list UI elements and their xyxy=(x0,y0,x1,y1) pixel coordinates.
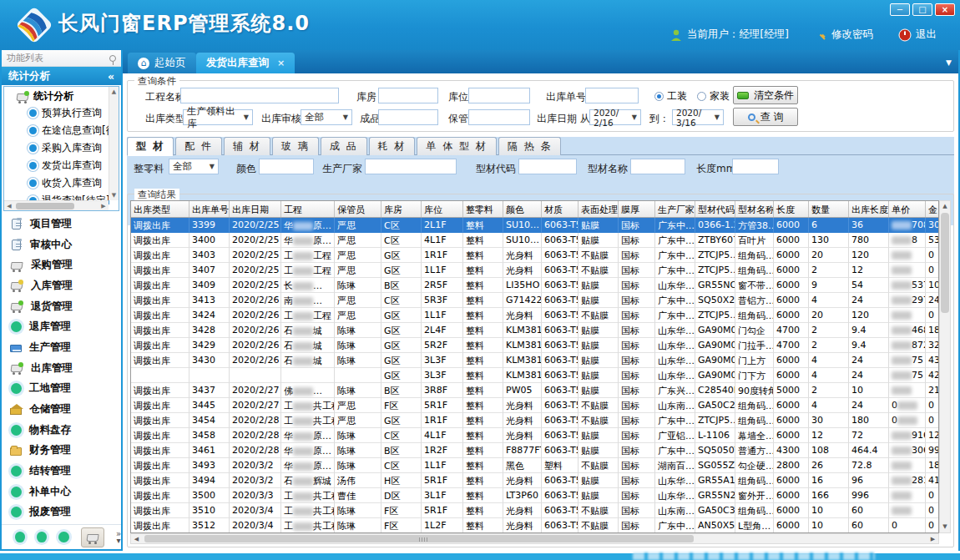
column-header[interactable]: 表面处理 xyxy=(579,201,619,217)
table-row[interactable]: 调拨出库34242020/2/26工工程严思G区1L1F整料光身料6063-T5… xyxy=(131,308,938,323)
table-row[interactable]: 调拨出库34002020/2/25华原…严思C区4L1F整料SU10…6063-… xyxy=(131,233,938,248)
column-header[interactable]: 膜厚 xyxy=(619,201,655,217)
date-from-picker[interactable]: 2020/ 2/16▼ xyxy=(589,109,641,125)
tree-scrollbar-vertical[interactable]: ▲▼ xyxy=(109,87,119,200)
sidebar-item-仓储管理[interactable]: 仓储管理 xyxy=(2,399,121,420)
profile-code-input[interactable] xyxy=(518,159,577,174)
column-header[interactable]: 数量 xyxy=(809,201,849,217)
collapse-icon[interactable]: « xyxy=(108,70,114,83)
tree-root-statistics[interactable]: 统计分析 xyxy=(4,87,119,104)
cart-shortcut-button[interactable] xyxy=(81,527,104,547)
material-tab-2[interactable]: 配 件 xyxy=(175,137,222,155)
tree-item[interactable]: 预算执行查询 xyxy=(4,104,119,122)
sidebar-item-审核中心[interactable]: 审核中心 xyxy=(2,235,121,255)
more-options-icon[interactable]: »▾ xyxy=(116,531,121,544)
tab-shipping-outbound-query[interactable]: 发货出库查询 × xyxy=(196,53,295,73)
project-name-input[interactable] xyxy=(180,88,339,103)
scroll-left-icon[interactable]: ◀ xyxy=(131,534,142,543)
horizontal-scroll-thumb[interactable] xyxy=(144,535,694,542)
column-header[interactable]: 出库长度 xyxy=(849,201,889,217)
order-no-input[interactable] xyxy=(585,88,639,103)
sidebar-item-采购管理[interactable]: 采购管理 xyxy=(2,255,121,275)
radio-gongzhuang[interactable]: 工装 xyxy=(654,89,687,103)
column-header[interactable]: 工程 xyxy=(281,201,335,217)
close-button[interactable]: × xyxy=(935,3,955,16)
shortcut-dot-icon[interactable] xyxy=(15,532,25,542)
column-header[interactable]: 出库单号 xyxy=(189,201,230,217)
table-row[interactable]: 调拨出库34072020/2/25工工程严思G区1L1F整料光身料6063-T5… xyxy=(131,263,938,278)
column-header[interactable]: 长度 xyxy=(774,201,809,217)
table-scrollbar-vertical[interactable]: ▲ ▼ xyxy=(939,200,951,533)
column-header[interactable]: 材质 xyxy=(542,201,579,217)
sidebar-item-生产管理[interactable]: 生产管理 xyxy=(2,337,121,358)
sidebar-item-工地管理[interactable]: 工地管理 xyxy=(2,378,121,399)
change-password-button[interactable]: 修改密码 xyxy=(814,28,873,42)
sidebar-item-出库管理[interactable]: 出库管理 xyxy=(2,358,121,379)
scroll-down-icon[interactable]: ▼ xyxy=(940,522,950,532)
table-row[interactable]: 调拨出库34372020/2/27佛…陈琳B区3R8F整料PW056063-T5… xyxy=(131,383,938,398)
maximize-button[interactable]: □ xyxy=(912,3,932,16)
pin-icon[interactable] xyxy=(109,55,116,62)
tree-item[interactable]: 采购入库查询 xyxy=(4,139,119,157)
scroll-up-icon[interactable]: ▲ xyxy=(940,201,950,212)
sidebar-item-报废管理[interactable]: 报废管理 xyxy=(2,502,121,522)
column-header[interactable]: 保管员 xyxy=(335,201,381,217)
column-header[interactable]: 颜色 xyxy=(503,201,542,217)
profile-name-input[interactable] xyxy=(630,159,685,174)
sidebar-item-项目管理[interactable]: 项目管理 xyxy=(2,214,121,235)
table-row[interactable]: 调拨出库34582020/2/28华原…陈琳C区4L1F整料光身料6063-T5… xyxy=(131,428,938,443)
shortcut-dot-icon[interactable] xyxy=(58,532,68,542)
tree-scrollbar-horizontal[interactable]: ◀▶ xyxy=(4,200,109,210)
tab-home[interactable]: ⌂ 起始页 xyxy=(128,53,196,73)
table-row[interactable]: 调拨出库35002020/3/3工共工程曹佳D区3L1F整料LT3P606063… xyxy=(131,488,938,503)
radio-jiazhuang[interactable]: 家装 xyxy=(697,89,730,103)
keeper-input[interactable] xyxy=(468,109,530,125)
tab-list-dropdown-icon[interactable]: ▼ xyxy=(946,58,952,67)
sidebar-item-退货管理[interactable]: 退货管理 xyxy=(2,296,121,317)
tab-close-icon[interactable]: × xyxy=(277,58,285,68)
vertical-scroll-thumb[interactable] xyxy=(941,213,949,313)
tree-item[interactable]: 在途信息查询[待 xyxy=(4,122,119,139)
sidebar-item-物料盘存[interactable]: 物料盘存 xyxy=(2,420,121,441)
sidebar-item-结转管理[interactable]: 结转管理 xyxy=(2,461,121,482)
table-row[interactable]: 调拨出库34292020/2/26石城陈琳G区5R2F整料KLM38176063… xyxy=(131,338,938,353)
date-to-picker[interactable]: 2020/ 3/16▼ xyxy=(672,109,724,125)
scroll-right-icon[interactable]: ▶ xyxy=(927,534,938,543)
sidebar-item-补单中心[interactable]: 补单中心 xyxy=(2,482,121,502)
column-header[interactable]: 库房 xyxy=(381,201,422,217)
clear-conditions-button[interactable]: 清空条件 xyxy=(733,86,798,104)
material-tab-6[interactable]: 耗 材 xyxy=(369,137,416,155)
material-tab-5[interactable]: 成 品 xyxy=(321,137,367,155)
column-header[interactable]: 单价 xyxy=(889,201,926,217)
material-tab-1[interactable]: 型 材 xyxy=(127,137,174,156)
out-type-select[interactable]: 生产领料出库▼ xyxy=(183,109,253,125)
table-scrollbar-horizontal[interactable]: ◀ ▶ xyxy=(130,533,939,544)
logout-button[interactable]: 退出 xyxy=(898,28,937,42)
manufacturer-input[interactable] xyxy=(365,159,457,174)
column-header[interactable]: 金 xyxy=(926,201,939,217)
table-row[interactable]: 调拨出库34452020/2/27工共工程严思F区5R1F整料光身料6063-T… xyxy=(131,398,938,413)
tree-item[interactable]: 收货入库查询 xyxy=(4,174,119,192)
shortcut-dot-icon[interactable] xyxy=(37,532,47,542)
table-row[interactable]: 调拨出库34132020/2/26南…严思C区5R3F整料G714226063-… xyxy=(131,293,938,308)
minimize-button[interactable]: − xyxy=(890,3,910,16)
table-row[interactable]: 调拨出库35102020/3/4工共工程陈琳F区5R1F整料光身料6063-T5… xyxy=(131,503,938,518)
table-row[interactable]: 调拨出库34092020/2/25长…陈琳B区2R5F整料LI35HO6063-… xyxy=(131,278,938,293)
table-row[interactable]: 调拨出库34542020/2/28工共工程严思G区1R1F整料光身料6063-T… xyxy=(131,413,938,428)
column-header[interactable]: 整零料 xyxy=(463,201,503,217)
material-tab-7[interactable]: 单 体 型 材 xyxy=(417,137,496,155)
column-header[interactable]: 型材名称 xyxy=(735,201,774,217)
table-row[interactable]: 调拨出库35122020/3/4工共工程陈琳F区1L2F整料光身料6063-T5… xyxy=(131,518,938,533)
product-type-input[interactable] xyxy=(378,109,438,125)
length-input[interactable] xyxy=(732,159,779,174)
whole-part-select[interactable]: 全部▼ xyxy=(169,159,219,174)
color-input[interactable] xyxy=(259,159,314,174)
table-row[interactable]: 调拨出库34032020/2/25工工程严思G区1R1F整料光身料6063-T5… xyxy=(131,248,938,263)
table-row[interactable]: 调拨出库34942020/3/2石辉城汤伟H区5R1F整料光身料6063-T5贴… xyxy=(131,473,938,488)
table-row[interactable]: 调拨出库34612020/2/28华原…陈琳B区1R2F整料F8877FT606… xyxy=(131,443,938,458)
table-row[interactable]: 调拨出库33992020/2/25华原…严思C区2L1F整料SU10…6063-… xyxy=(131,218,938,233)
column-header[interactable]: 库位 xyxy=(422,201,463,217)
warehouse-input[interactable] xyxy=(378,88,438,103)
search-button[interactable]: 查 询 xyxy=(733,108,798,126)
column-header[interactable]: 出库日期 xyxy=(230,201,281,217)
